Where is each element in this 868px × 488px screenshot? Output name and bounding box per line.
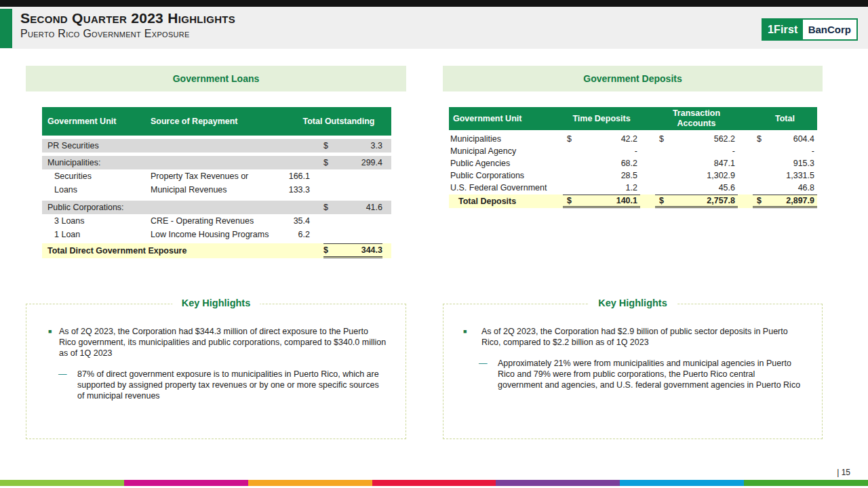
row-value: 42.2: [621, 134, 637, 144]
stripe-segment: [124, 480, 248, 486]
loans-table-header: Government Unit Source of Repayment Tota…: [42, 107, 391, 136]
government-deposits-banner: Government Deposits: [443, 66, 823, 92]
government-deposits-table: Government Unit Time Deposits Transactio…: [449, 107, 817, 208]
deposits-total-time: 140.1: [616, 196, 637, 205]
row-value: 41.6: [366, 203, 382, 212]
row-unit: Public Corporations: [449, 171, 563, 180]
row-unit: 1 Loan: [42, 230, 151, 239]
table-row: Public Corporations: $41.6: [42, 201, 391, 214]
table-row: Municipal Agency - - -: [449, 145, 817, 157]
deposits-total-row: Total Deposits $140.1 $2,757.8 $2,897.9: [449, 195, 817, 208]
deposits-col-transaction-accounts: Transaction Accounts: [655, 108, 738, 129]
bullet-square-icon: ■: [48, 326, 59, 359]
currency-sign: $: [323, 141, 328, 150]
page-subtitle: Puerto Rico Government Exposure: [20, 28, 190, 40]
header-band: Second Quarter 2023 Highlights Puerto Ri…: [0, 7, 868, 49]
highlight-bullet: ■ As of 2Q 2023, the Corporation had $2.…: [463, 326, 803, 348]
highlight-sub-text: Approximately 21% were from municipaliti…: [498, 358, 802, 390]
loans-col-government-unit: Government Unit: [42, 117, 151, 126]
table-row: Public Agencies 68.2 847.1 915.3: [449, 157, 817, 169]
row-subvalue: 133.3: [286, 185, 310, 195]
row-subvalue: 166.1: [286, 171, 310, 181]
stripe-segment: [372, 480, 496, 486]
deposits-total-total: 2,897.9: [786, 196, 814, 205]
row-value: -: [732, 146, 735, 156]
row-value: 46.8: [798, 183, 814, 192]
currency-sign: $: [757, 196, 762, 205]
row-unit: Securities: [42, 171, 151, 181]
highlight-text: As of 2Q 2023, the Corporation had $344.…: [59, 326, 387, 359]
row-unit: Municipalities: [449, 134, 563, 144]
row-value: 604.4: [793, 134, 814, 144]
highlight-sub-text: 87% of direct government exposure is to …: [77, 369, 385, 401]
row-unit: Public Agencies: [449, 159, 563, 168]
stripe-segment: [0, 480, 124, 486]
logo-bancorp-mark: BanCorp: [803, 20, 856, 39]
row-source: Property Tax Revenues or: [151, 171, 286, 181]
row-source: Municipal Revenues: [151, 185, 286, 195]
government-loans-table: Government Unit Source of Repayment Tota…: [42, 107, 391, 258]
footer-color-stripe: [0, 480, 868, 486]
currency-sign: $: [567, 196, 572, 205]
stripe-segment: [496, 480, 620, 486]
currency-sign: $: [323, 203, 328, 212]
bullet-square-icon: ■: [463, 326, 481, 348]
highlight-bullet: ■ As of 2Q 2023, the Corporation had $34…: [48, 326, 387, 359]
key-highlights-title: Key Highlights: [172, 298, 260, 308]
deposits-col-government-unit: Government Unit: [449, 114, 563, 123]
table-row: 3 Loans CRE - Operating Revenues 35.4: [42, 214, 391, 228]
loans-col-total-outstanding: Total Outstanding: [286, 117, 391, 127]
row-unit: Municipal Agency: [449, 146, 563, 156]
row-subvalue: 6.2: [286, 230, 310, 239]
highlight-sub-bullet: — 87% of direct government exposure is t…: [58, 369, 385, 401]
row-value: 847.1: [714, 159, 735, 168]
deposits-table-header: Government Unit Time Deposits Transactio…: [449, 107, 817, 130]
row-unit: U.S. Federal Government: [449, 183, 563, 192]
row-source: CRE - Operating Revenues: [151, 216, 286, 226]
currency-sign: $: [659, 134, 664, 144]
row-source: Low Income Housing Programs: [151, 230, 286, 239]
row-value: 68.2: [621, 159, 637, 168]
row-value: 1,302.9: [707, 171, 735, 180]
slide: Second Quarter 2023 Highlights Puerto Ri…: [0, 0, 868, 488]
currency-sign: $: [323, 158, 328, 167]
row-subvalue: 35.4: [286, 216, 310, 226]
currency-sign: $: [659, 196, 664, 205]
table-row: Public Corporations 28.5 1,302.9 1,331.5: [449, 169, 817, 182]
loans-total-value: 344.3: [361, 245, 382, 255]
row-value: 915.3: [793, 159, 814, 168]
deposits-total-label: Total Deposits: [449, 197, 563, 206]
firstbancorp-logo: 1First BanCorp: [762, 18, 858, 41]
logo-first-mark: 1First: [763, 20, 803, 39]
table-row: 1 Loan Low Income Housing Programs 6.2: [42, 228, 391, 241]
currency-sign: $: [323, 245, 328, 255]
table-row: PR Securities $3.3: [42, 139, 391, 152]
stripe-segment: [744, 480, 868, 486]
row-value: 45.6: [719, 183, 735, 192]
dash-icon: —: [58, 369, 77, 401]
table-row: Municipalities $42.2 $562.2 $604.4: [449, 133, 817, 145]
currency-sign: $: [757, 134, 762, 144]
row-value: 299.4: [361, 158, 382, 167]
row-value: 1,331.5: [786, 171, 814, 180]
row-value: 1.2: [626, 183, 637, 192]
loans-col-source-of-repayment: Source of Repayment: [151, 117, 286, 126]
deposits-total-transaction: 2,757.8: [707, 196, 735, 205]
row-unit: PR Securities: [42, 141, 151, 150]
loans-total-label: Total Direct Government Exposure: [42, 246, 310, 256]
page-title: Second Quarter 2023 Highlights: [20, 10, 235, 26]
top-black-bar: [0, 0, 868, 7]
page-number: | 15: [837, 468, 850, 477]
row-unit: 3 Loans: [42, 216, 151, 226]
deposits-col-time-deposits: Time Deposits: [563, 114, 640, 124]
key-highlights-title: Key Highlights: [589, 298, 677, 308]
table-row: U.S. Federal Government 1.2 45.6 46.8: [449, 182, 817, 194]
table-row: Loans Municipal Revenues 133.3: [42, 183, 391, 197]
key-highlights-box-deposits: Key Highlights ■ As of 2Q 2023, the Corp…: [443, 304, 823, 439]
dash-icon: —: [479, 358, 498, 390]
deposits-col-total: Total: [753, 114, 817, 124]
highlight-sub-bullet: — Approximately 21% were from municipali…: [479, 358, 802, 390]
key-highlights-box-loans: Key Highlights ■ As of 2Q 2023, the Corp…: [26, 304, 406, 439]
government-loans-banner: Government Loans: [26, 66, 406, 92]
currency-sign: $: [567, 134, 572, 144]
